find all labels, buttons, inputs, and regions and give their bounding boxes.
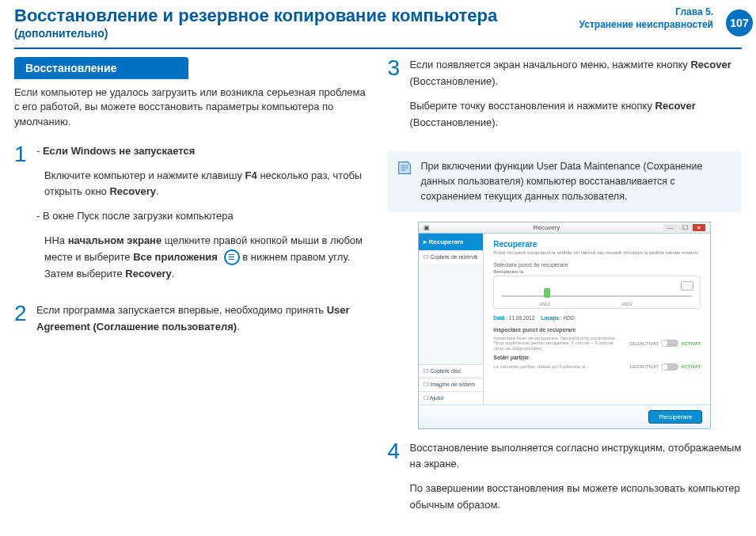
step1-heading-a: Если Windows не запускается xyxy=(43,145,195,157)
step4-b: По завершении восстановления вы можете и… xyxy=(410,481,743,514)
step2-c: . xyxy=(237,321,240,333)
note-icon xyxy=(396,159,413,177)
ss-tab-backup: ☐ Copiere de rezervă xyxy=(419,250,483,264)
step-number-1: 1 xyxy=(14,143,36,291)
ss-sec1: Selectare punct de recuperare xyxy=(493,262,701,268)
info-note: При включении функции User Data Maintena… xyxy=(388,151,743,211)
step-number-4: 4 xyxy=(388,440,410,522)
page-subtitle: (дополнительно) xyxy=(14,27,579,40)
ss-link-help: ☐ Ajutor xyxy=(419,391,483,405)
step-number-2: 2 xyxy=(14,302,36,336)
step1-end: . xyxy=(156,185,159,197)
step3-b: Recover xyxy=(690,59,731,70)
ss-close-icon: × xyxy=(693,224,706,231)
step4-a: Восстановление выполняется согласно инст… xyxy=(410,440,743,473)
step1b-b: начальном экране xyxy=(68,234,162,246)
ss-timeline: 2012 2013 xyxy=(493,276,701,309)
ss-heading: Recuperare xyxy=(493,240,701,249)
ss-date-label: Dată xyxy=(493,315,504,321)
intro-text: Если компьютер не удалось загрузить или … xyxy=(14,86,369,129)
step3-f: (Восстановление). xyxy=(410,116,499,128)
ss-app-icon: ▣ xyxy=(424,224,430,231)
ss-restore-point-marker xyxy=(544,288,550,298)
ss-opt2-text: La valoarea partiției, datele pot fi păs… xyxy=(493,364,589,370)
ss-loc-value: HDD xyxy=(564,315,575,321)
section-heading: Восстановление xyxy=(14,57,188,79)
info-text: При включении функции User Data Maintena… xyxy=(421,161,703,202)
step2-a: Если программа запускается впервые, необ… xyxy=(36,304,327,316)
ss-year-2: 2013 xyxy=(621,302,632,306)
chapter-title: Устранение неисправностей xyxy=(579,19,713,32)
ss-toggle-2: DEZACTIVAT ACTIVAT xyxy=(630,363,701,371)
step1b-a: ННа xyxy=(44,234,68,246)
ss-link-copydisk: ☐ Copiere disc xyxy=(419,364,483,378)
step1b-g: . xyxy=(172,268,175,279)
ss-opt1-text: Inspectare fișier de recuperare. Necesit… xyxy=(493,336,624,352)
step1-text-a: Включите компьютер и нажмите клавишу xyxy=(44,169,245,181)
ss-recover-button: Recuperare xyxy=(648,410,702,424)
ss-window-title: Recovery xyxy=(534,224,560,231)
step3-c: (Восстановление). xyxy=(410,75,499,87)
header-divider xyxy=(14,48,742,49)
ss-date-value: 11.08.2012 xyxy=(509,315,535,321)
recovery-bold-2: Recovery xyxy=(125,268,172,279)
key-f4: F4 xyxy=(245,169,257,181)
step1-heading-b: В окне Пуск после загрузки компьютера xyxy=(43,210,234,222)
page-title: Восстановление и резервное копирование к… xyxy=(14,6,579,25)
ss-desc: Puteți recupera computerul la setările d… xyxy=(493,250,701,256)
recovery-screenshot: ▣ Recovery —☐× ▸ Recuperare ☐ Copiere de… xyxy=(418,222,711,429)
step1b-d: Все приложения xyxy=(133,251,218,263)
ss-link-sysimage: ☐ Imagine de sistem xyxy=(419,378,483,391)
ss-toggle-1: DEZACTIVAT ACTIVAT xyxy=(630,340,701,347)
step-number-3: 3 xyxy=(388,57,410,139)
ss-sec1b: Recuperare la xyxy=(493,269,701,274)
step3-a: Если появляется экран начального меню, н… xyxy=(410,59,691,70)
calendar-icon xyxy=(681,281,693,291)
step3-e: Recover xyxy=(655,100,696,112)
chapter-info: Глава 5. Устранение неисправностей xyxy=(579,6,713,31)
ss-year-1: 2012 xyxy=(539,302,549,306)
recovery-bold-1: Recovery xyxy=(109,185,156,197)
chapter-number: Глава 5. xyxy=(579,6,713,19)
all-apps-icon: ☰ xyxy=(224,249,240,265)
ss-opt-heading: Inspectare punct de recuperare xyxy=(493,327,701,333)
ss-loc-label: Locație xyxy=(541,315,559,321)
ss-tab-recover: ▸ Recuperare xyxy=(419,234,483,250)
ss-opt-heading2: Setări partiție xyxy=(493,355,701,360)
step3-d: Выберите точку восстановления и нажмите … xyxy=(410,100,655,112)
page-number-badge: 107 xyxy=(726,10,753,36)
